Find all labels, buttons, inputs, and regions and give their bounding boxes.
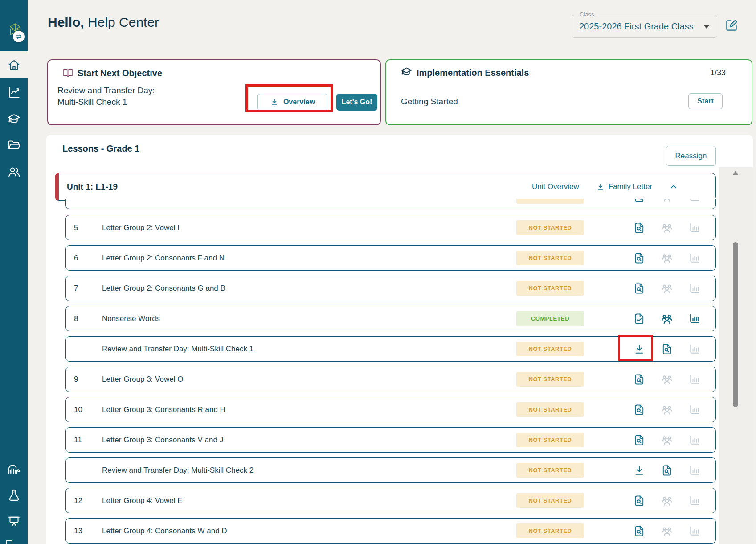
start-button[interactable]: Start — [688, 93, 723, 109]
lesson-number: 5 — [74, 223, 94, 232]
download-icon[interactable] — [630, 340, 648, 358]
clipped-lesson-row: NOT STARTED — [65, 199, 716, 210]
sidebar-item-students[interactable] — [0, 158, 28, 185]
lesson-title: Letter Group 3: Consonants R and H — [102, 405, 225, 414]
document-preview-icon[interactable] — [658, 462, 676, 479]
scrollbar-thumb[interactable] — [733, 242, 738, 407]
document-check-icon[interactable] — [630, 310, 648, 328]
sidebar-item-progress[interactable] — [0, 79, 28, 106]
family-letter-link[interactable]: Family Letter — [596, 182, 652, 191]
document-preview-icon[interactable] — [630, 280, 648, 297]
greeting-name: Hello, — [48, 15, 84, 29]
start-button-label: Start — [697, 97, 713, 105]
scrollbar-up-arrow[interactable] — [733, 171, 738, 175]
implementation-progress: 1/33 — [710, 68, 726, 78]
status-badge: NOT STARTED — [516, 372, 584, 387]
document-preview-icon[interactable] — [630, 199, 648, 206]
status-badge: NOT STARTED — [516, 433, 584, 447]
graduation-cap-icon — [400, 66, 413, 78]
clipped-sidebar-icon — [6, 540, 12, 544]
students-icon — [658, 249, 676, 267]
lesson-row: 11 Letter Group 3: Consonants V and J NO… — [65, 427, 716, 453]
overview-button[interactable]: Overview — [257, 94, 327, 111]
people-icon — [7, 165, 21, 179]
overview-button-label: Overview — [283, 98, 315, 106]
lesson-number: 7 — [74, 284, 94, 293]
edit-class-icon[interactable] — [724, 18, 739, 33]
report-icon — [686, 492, 703, 510]
lesson-row: 6 Letter Group 2: Consonants F and N NOT… — [65, 245, 716, 271]
report-icon — [686, 401, 703, 419]
sidebar — [0, 0, 28, 544]
dashboard-page: Hello, Help Center Class 2025-2026 First… — [0, 0, 756, 544]
document-preview-icon[interactable] — [630, 219, 648, 237]
next-objective-card: Start Next Objective Review and Transfer… — [47, 59, 381, 125]
lesson-row: NOT STARTED — [65, 199, 716, 209]
chevron-up-icon[interactable] — [669, 182, 678, 191]
status-badge: NOT STARTED — [516, 251, 584, 265]
document-preview-icon[interactable] — [630, 371, 648, 388]
class-select-label: Class — [577, 11, 597, 18]
caret-down-icon — [703, 25, 710, 29]
unit-accent-bar — [55, 173, 59, 201]
document-preview-icon[interactable] — [630, 431, 648, 449]
lesson-title: Letter Group 3: Consonants V and J — [102, 436, 223, 445]
reassign-button[interactable]: Reassign — [666, 146, 716, 166]
unit-overview-label: Unit Overview — [532, 182, 579, 191]
lesson-number: 6 — [74, 254, 94, 263]
report-icon[interactable] — [686, 310, 703, 328]
sidebar-item-academy[interactable] — [0, 106, 28, 132]
rollercoaster-icon — [7, 462, 21, 476]
home-icon — [7, 58, 21, 72]
report-icon — [686, 340, 703, 358]
status-badge: NOT STARTED — [516, 463, 584, 478]
lesson-row: 13 Letter Group 4: Consonants W and D NO… — [65, 518, 716, 544]
report-icon — [686, 371, 703, 388]
sidebar-item-lab[interactable] — [0, 482, 28, 508]
lesson-title: Letter Group 2: Consonants F and N — [102, 254, 225, 263]
lesson-title: Nonsense Words — [102, 314, 160, 323]
report-icon — [686, 522, 703, 540]
students-icon — [658, 199, 676, 206]
sidebar-item-presentation[interactable] — [0, 508, 28, 535]
open-folder-icon — [7, 138, 21, 152]
students-icon — [658, 219, 676, 237]
lesson-row: 8 Nonsense Words COMPLETED — [65, 306, 716, 331]
line-chart-icon — [7, 86, 21, 99]
presentation-icon — [7, 515, 21, 528]
lesson-title: Letter Group 3: Vowel O — [102, 375, 183, 384]
family-letter-label: Family Letter — [609, 182, 652, 191]
status-badge: NOT STARTED — [516, 220, 584, 235]
lesson-row: 9 Letter Group 3: Vowel O NOT STARTED — [65, 367, 716, 392]
page-greeting: Hello, Help Center — [48, 15, 159, 30]
document-preview-icon[interactable] — [658, 340, 676, 358]
status-badge: NOT STARTED — [516, 342, 584, 356]
report-icon — [686, 199, 703, 206]
greeting-rest: Help Center — [88, 15, 159, 29]
unit-overview-link[interactable]: Unit Overview — [532, 182, 579, 191]
sidebar-item-home[interactable] — [0, 51, 28, 78]
class-select[interactable]: Class 2025-2026 First Grade Class — [572, 15, 717, 38]
report-icon — [686, 431, 703, 449]
students-icon — [658, 280, 676, 297]
report-icon — [686, 462, 703, 479]
lesson-number: 8 — [74, 314, 94, 323]
review-row: Review and Transfer Day: Multi-Skill Che… — [65, 457, 716, 483]
objective-line1: Review and Transfer Day: — [57, 85, 155, 96]
flask-icon — [7, 488, 21, 502]
download-icon[interactable] — [630, 462, 648, 479]
lesson-number: 11 — [74, 436, 94, 445]
lets-go-button[interactable]: Let's Go! — [336, 94, 377, 111]
document-preview-icon[interactable] — [630, 401, 648, 419]
document-preview-icon[interactable] — [630, 522, 648, 540]
report-icon — [686, 280, 703, 297]
swap-arrows-badge[interactable] — [13, 31, 25, 42]
students-icon — [658, 431, 676, 449]
sidebar-item-rollercoaster[interactable] — [0, 455, 28, 482]
report-icon — [686, 249, 703, 267]
document-preview-icon[interactable] — [630, 492, 648, 510]
students-icon[interactable] — [658, 310, 676, 328]
sidebar-item-resources[interactable] — [0, 132, 28, 158]
unit-header[interactable]: Unit 1: L1-19 Unit Overview Family Lette… — [55, 173, 716, 201]
document-preview-icon[interactable] — [630, 249, 648, 267]
